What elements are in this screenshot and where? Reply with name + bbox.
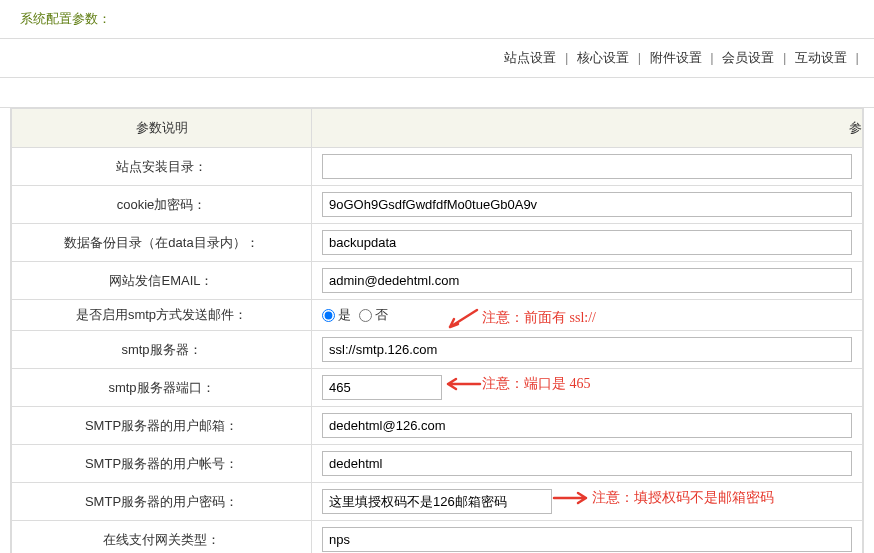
row-smtp-server: smtp服务器： 注意：前面有 ssl://	[12, 331, 863, 369]
input-pay-gateway[interactable]	[322, 527, 852, 552]
row-pay-gateway: 在线支付网关类型：	[12, 521, 863, 554]
tab-separator: |	[565, 50, 568, 65]
input-smtp-port[interactable]	[322, 375, 442, 400]
label-pay-gateway: 在线支付网关类型：	[12, 521, 312, 554]
label-smtp-email: SMTP服务器的用户邮箱：	[12, 407, 312, 445]
row-cookie-pwd: cookie加密码：	[12, 186, 863, 224]
tab-interact[interactable]: 互动设置	[795, 50, 847, 65]
label-smtp-user: SMTP服务器的用户帐号：	[12, 445, 312, 483]
config-table-wrap: 参数说明 参 站点安装目录： cookie加密码： 数据备份目录（在data目录…	[10, 108, 864, 553]
spacer	[0, 78, 874, 108]
tab-core[interactable]: 核心设置	[577, 50, 629, 65]
input-site-email[interactable]	[322, 268, 852, 293]
input-install-dir[interactable]	[322, 154, 852, 179]
row-smtp-email: SMTP服务器的用户邮箱：	[12, 407, 863, 445]
radio-smtp-no[interactable]: 否	[359, 306, 388, 324]
tab-site[interactable]: 站点设置	[504, 50, 556, 65]
tab-separator: |	[638, 50, 641, 65]
row-smtp-user: SMTP服务器的用户帐号：	[12, 445, 863, 483]
arrow-icon	[442, 376, 482, 392]
label-smtp-pass: SMTP服务器的用户密码：	[12, 483, 312, 521]
label-smtp-port: smtp服务器端口：	[12, 369, 312, 407]
input-smtp-email[interactable]	[322, 413, 852, 438]
label-smtp-enable: 是否启用smtp方式发送邮件：	[12, 300, 312, 331]
row-install-dir: 站点安装目录：	[12, 148, 863, 186]
config-table: 参数说明 参 站点安装目录： cookie加密码： 数据备份目录（在data目录…	[11, 108, 863, 553]
tab-separator: |	[856, 50, 859, 65]
annotation-pass: 注意：填授权码不是邮箱密码	[552, 489, 774, 507]
label-backup-dir: 数据备份目录（在data目录内）：	[12, 224, 312, 262]
label-site-email: 网站发信EMAIL：	[12, 262, 312, 300]
input-smtp-pass[interactable]	[322, 489, 552, 514]
label-smtp-server: smtp服务器：	[12, 331, 312, 369]
tab-attach[interactable]: 附件设置	[650, 50, 702, 65]
input-backup-dir[interactable]	[322, 230, 852, 255]
page-title: 系统配置参数：	[0, 0, 874, 39]
input-cookie-pwd[interactable]	[322, 192, 852, 217]
tab-separator: |	[710, 50, 713, 65]
header-param-value: 参	[312, 109, 863, 148]
row-site-email: 网站发信EMAIL：	[12, 262, 863, 300]
radio-group-smtp-enable: 是 否	[322, 306, 852, 324]
label-cookie-pwd: cookie加密码：	[12, 186, 312, 224]
row-smtp-pass: SMTP服务器的用户密码： 注意：填授权码不是邮箱密码	[12, 483, 863, 521]
tab-separator: |	[783, 50, 786, 65]
row-backup-dir: 数据备份目录（在data目录内）：	[12, 224, 863, 262]
input-smtp-user[interactable]	[322, 451, 852, 476]
arrow-icon	[552, 490, 592, 506]
label-install-dir: 站点安装目录：	[12, 148, 312, 186]
annotation-port: 注意：端口是 465	[442, 375, 591, 393]
tab-member[interactable]: 会员设置	[722, 50, 774, 65]
row-smtp-enable: 是否启用smtp方式发送邮件： 是 否	[12, 300, 863, 331]
nav-tabs: 站点设置 | 核心设置 | 附件设置 | 会员设置 | 互动设置 |	[0, 39, 874, 78]
input-smtp-server[interactable]	[322, 337, 852, 362]
row-smtp-port: smtp服务器端口： 注意：端口是 465	[12, 369, 863, 407]
header-param-desc: 参数说明	[12, 109, 312, 148]
radio-smtp-yes[interactable]: 是	[322, 306, 351, 324]
